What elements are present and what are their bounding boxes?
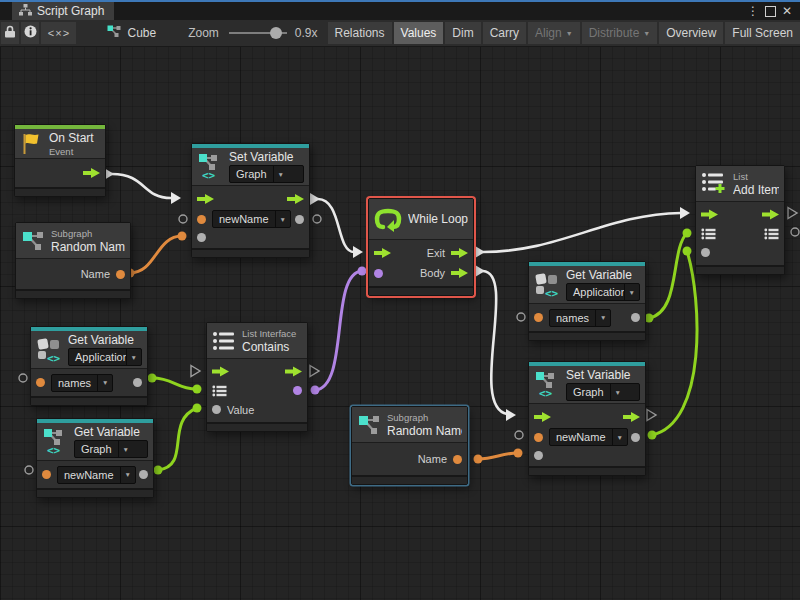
node-title: Get Variable bbox=[566, 268, 640, 282]
flow-port[interactable] bbox=[701, 209, 718, 220]
toolbar-button-full-screen[interactable]: Full Screen bbox=[725, 22, 800, 44]
scope-dropdown[interactable]: Graph▼ bbox=[566, 383, 640, 401]
variable-name-dropdown[interactable]: newName▼ bbox=[57, 466, 136, 484]
value-port-gray[interactable] bbox=[295, 215, 304, 224]
value-port-gray[interactable] bbox=[133, 378, 142, 387]
flow-port[interactable] bbox=[285, 366, 302, 377]
variable-name-dropdown[interactable]: names▼ bbox=[51, 374, 113, 392]
zoom-slider[interactable] bbox=[229, 26, 287, 40]
svg-text:<>: <> bbox=[539, 387, 553, 398]
list-icon bbox=[212, 330, 236, 352]
scope-dropdown[interactable]: Graph▼ bbox=[74, 440, 148, 458]
svg-text:<>: <> bbox=[47, 352, 61, 363]
lock-button[interactable] bbox=[1, 22, 19, 44]
node-title: Contains bbox=[242, 340, 302, 354]
node-subtitle: Event bbox=[49, 146, 100, 157]
node-get-variable-application-left[interactable]: <>Get VariableApplication▼names▼ bbox=[30, 326, 148, 406]
scope-dropdown[interactable]: Application▼ bbox=[566, 283, 640, 301]
node-get-variable-application-right[interactable]: <>Get VariableApplication▼names▼ bbox=[528, 261, 646, 341]
close-icon[interactable]: ✕ bbox=[782, 4, 792, 18]
flow-port[interactable] bbox=[762, 209, 779, 220]
value-port-orange[interactable] bbox=[116, 270, 125, 279]
port-row bbox=[192, 229, 309, 245]
value-port-gray[interactable] bbox=[212, 405, 221, 414]
port-row bbox=[696, 224, 784, 243]
node-on-start-event[interactable]: On StartEvent bbox=[14, 124, 106, 197]
node-while-loop[interactable]: While LoopExitBody bbox=[368, 198, 474, 296]
value-port-orange[interactable] bbox=[197, 215, 206, 224]
node-subgraph-random-name-1[interactable]: SubgraphRandom NameName bbox=[15, 222, 131, 299]
maximize-icon[interactable] bbox=[765, 6, 776, 17]
toolbar-button-dim[interactable]: Dim bbox=[445, 22, 480, 44]
code-preview-button[interactable]: <×> bbox=[41, 22, 76, 44]
graph-canvas[interactable] bbox=[0, 46, 800, 600]
svg-text:<>: <> bbox=[545, 287, 559, 298]
list-port-icon[interactable] bbox=[764, 228, 779, 240]
flow-port[interactable] bbox=[374, 248, 391, 259]
menu-icon[interactable]: ⋮ bbox=[747, 4, 759, 18]
node-subgraph-random-name-2[interactable]: SubgraphRandom NameName bbox=[351, 406, 468, 485]
variable-name-dropdown[interactable]: names▼ bbox=[549, 309, 611, 327]
toolbar-button-relations[interactable]: Relations bbox=[328, 22, 392, 44]
while-loop-icon bbox=[374, 206, 402, 233]
port-row bbox=[696, 205, 784, 224]
list-port-icon[interactable] bbox=[701, 228, 716, 240]
variable-name-dropdown[interactable]: newName▼ bbox=[212, 210, 291, 228]
port-row bbox=[529, 447, 645, 463]
flow-port[interactable] bbox=[197, 194, 214, 205]
value-port-purple[interactable] bbox=[374, 269, 383, 278]
scope-dropdown[interactable]: Graph▼ bbox=[229, 165, 304, 183]
flag-icon bbox=[20, 132, 43, 156]
value-port-gray[interactable] bbox=[197, 233, 206, 242]
toolbar-button-overview[interactable]: Overview bbox=[659, 22, 723, 44]
flow-port[interactable] bbox=[451, 268, 468, 279]
node-list-interface-contains[interactable]: List InterfaceContainsValue bbox=[206, 322, 308, 432]
value-port-gray[interactable] bbox=[534, 451, 543, 460]
node-set-variable-graph-1[interactable]: <>Set VariableGraph▼newName▼ bbox=[191, 143, 310, 258]
value-port-orange[interactable] bbox=[36, 378, 45, 387]
tab-script-graph[interactable]: Script Graph bbox=[12, 2, 114, 20]
flow-port[interactable] bbox=[623, 412, 640, 423]
port-row: Value bbox=[207, 400, 307, 419]
value-port-orange[interactable] bbox=[453, 455, 462, 464]
info-icon bbox=[24, 25, 37, 41]
value-port-gray[interactable] bbox=[631, 433, 640, 442]
value-port-orange[interactable] bbox=[42, 470, 51, 479]
value-port-gray[interactable] bbox=[701, 248, 710, 257]
value-port-purple[interactable] bbox=[293, 386, 302, 395]
zoom-slider-handle[interactable] bbox=[270, 27, 282, 39]
breadcrumb[interactable]: Cube bbox=[107, 25, 156, 41]
node-title: Get Variable bbox=[74, 425, 148, 439]
toolbar-button-align[interactable]: Align▼ bbox=[528, 22, 580, 44]
toolbar-button-values[interactable]: Values bbox=[394, 22, 444, 44]
list-port-icon[interactable] bbox=[212, 385, 227, 397]
flow-port[interactable] bbox=[534, 412, 551, 423]
dropdown-value: newName bbox=[213, 213, 275, 225]
port-row bbox=[696, 243, 784, 262]
value-port-orange[interactable] bbox=[534, 313, 543, 322]
lock-icon bbox=[4, 25, 16, 41]
flow-port[interactable] bbox=[212, 366, 229, 377]
view-buttons: RelationsValuesDimCarryAlign▼Distribute▼… bbox=[328, 22, 800, 44]
node-set-variable-graph-2[interactable]: <>Set VariableGraph▼newName▼ bbox=[528, 361, 646, 476]
variable-name-dropdown[interactable]: newName▼ bbox=[549, 428, 628, 446]
scope-dropdown[interactable]: Application▼ bbox=[68, 348, 142, 366]
flow-port[interactable] bbox=[287, 194, 304, 205]
graph-variable-icon: <> bbox=[534, 371, 560, 398]
value-port-gray[interactable] bbox=[139, 470, 148, 479]
flow-port[interactable] bbox=[451, 248, 468, 259]
svg-text:<>: <> bbox=[202, 169, 216, 180]
value-port-orange[interactable] bbox=[534, 433, 543, 442]
zoom-value: 0.9x bbox=[295, 26, 318, 40]
chevron-down-icon: ▼ bbox=[643, 30, 650, 37]
port-row bbox=[529, 407, 645, 427]
tab-title: Script Graph bbox=[37, 4, 104, 18]
node-get-variable-graph[interactable]: <>Get VariableGraph▼newName▼ bbox=[36, 418, 154, 498]
inspect-button[interactable] bbox=[21, 22, 39, 44]
toolbar-button-carry[interactable]: Carry bbox=[483, 22, 526, 44]
toolbar-button-distribute[interactable]: Distribute▼ bbox=[582, 22, 658, 44]
node-list-add-item[interactable]: ListAdd Item bbox=[695, 165, 785, 275]
port-row: newName▼ bbox=[37, 464, 153, 485]
flow-port[interactable] bbox=[83, 168, 100, 179]
value-port-gray[interactable] bbox=[631, 313, 640, 322]
